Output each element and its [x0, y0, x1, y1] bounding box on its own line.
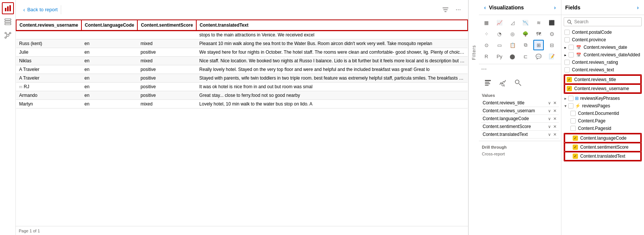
values-format-icon[interactable] — [481, 76, 495, 89]
value-expand-icon[interactable]: ∨ — [547, 124, 552, 129]
table-row[interactable]: A TravelerenpositiveReally lovely hotel.… — [16, 65, 468, 74]
field-checkbox-pages-id-field[interactable] — [570, 126, 576, 131]
field-group-reviews-pages-field[interactable]: ▾⚡reviewsPages — [563, 102, 642, 110]
col-lang[interactable]: Content.languageCode — [81, 20, 137, 30]
table-row[interactable]: A TravelerenpositiveStayed with parents,… — [16, 74, 468, 83]
area-chart-icon[interactable]: ◿ — [507, 17, 518, 28]
language-code-value[interactable]: Content.languageCode∨✕ — [481, 115, 559, 123]
field-item-reviews-text-field[interactable]: Content.reviews_text — [563, 66, 642, 74]
field-checkbox-reviews-date-field[interactable] — [569, 45, 574, 50]
field-checkbox-reviews-date-added-field[interactable] — [569, 52, 574, 57]
key-influencer-icon[interactable]: ⬤ — [507, 51, 518, 62]
field-item-postal-code-field[interactable]: Content.postalCode — [563, 29, 642, 36]
funnel-icon[interactable]: ⏣ — [546, 29, 557, 39]
field-item-document-id-field[interactable]: Content.Documentid — [563, 110, 642, 117]
kpi-icon[interactable]: 📋 — [507, 40, 518, 50]
value-remove-icon[interactable]: ✕ — [552, 116, 557, 121]
value-expand-icon[interactable]: ∨ — [547, 101, 552, 105]
viz-panel-next-btn[interactable]: › — [552, 4, 557, 11]
back-to-report-button[interactable]: ‹ Back to report — [20, 5, 61, 14]
more-visuals-icon[interactable]: ··· — [479, 64, 561, 74]
value-expand-icon[interactable]: ∨ — [547, 108, 552, 113]
col-text[interactable]: Content.translatedText — [196, 20, 468, 30]
fields-search-input[interactable] — [574, 19, 638, 24]
field-checkbox-postal-code-field[interactable] — [564, 30, 570, 35]
field-checkbox-reviews-title-field[interactable] — [567, 77, 572, 82]
sentiment-score-value[interactable]: Content.sentimentScore∨✕ — [481, 123, 559, 131]
field-item-page-field[interactable]: Content.Page — [563, 117, 642, 125]
donut-icon[interactable]: ◎ — [507, 29, 518, 39]
scatter-icon[interactable]: ⁘ — [481, 29, 492, 39]
field-checkbox-province-field[interactable] — [564, 37, 570, 42]
translated-text-value[interactable]: Content.translatedText∨✕ — [481, 131, 559, 139]
table-viz-icon[interactable]: ⊞ — [533, 40, 544, 50]
more-options-icon[interactable]: ⋯ — [453, 5, 463, 15]
qna-icon[interactable]: 💬 — [533, 51, 544, 62]
field-checkbox-page-field[interactable] — [570, 118, 576, 124]
table-row[interactable]: JulieenpositiveWe stayed here for four n… — [16, 48, 468, 57]
field-item-pages-id-field[interactable]: Content.Pagesid — [563, 125, 642, 132]
value-remove-icon[interactable]: ✕ — [552, 108, 557, 113]
stacked-bar-icon[interactable]: ▦ — [481, 17, 492, 28]
slicer-icon[interactable]: ⧉ — [520, 40, 531, 50]
treemap-icon[interactable]: 🌳 — [520, 29, 531, 39]
field-checkbox-sentiment-score-field[interactable] — [573, 145, 578, 150]
table-row[interactable]: stops to the main attractions in Venice.… — [16, 30, 468, 39]
decomp-tree-icon[interactable]: ⊏ — [520, 51, 531, 62]
table-row[interactable]: ArmandoenpositiveGreat stay... close to … — [16, 91, 468, 100]
values-analytics-icon[interactable] — [496, 76, 510, 89]
value-expand-icon[interactable]: ∨ — [547, 116, 552, 121]
fields-panel-next-btn[interactable]: › — [635, 4, 640, 11]
field-checkbox-reviews-key-phrases-field[interactable] — [568, 96, 573, 101]
reviews-username-value[interactable]: Content.reviews_usernam∨✕ — [481, 107, 559, 115]
viz-panel-prev-btn[interactable]: ‹ — [483, 4, 488, 11]
table-row[interactable]: Russ (kent)enmixedPleasant 10 min walk a… — [16, 39, 468, 48]
field-item-province-field[interactable]: Content.province — [563, 36, 642, 44]
field-item-reviews-rating-field[interactable]: Content.reviews_rating — [563, 59, 642, 66]
pie-icon[interactable]: ◔ — [494, 29, 505, 39]
card-icon[interactable]: ▭ — [494, 40, 505, 50]
field-item-reviews-date-added-field[interactable]: ▸📅Content.reviews_dateAdded — [563, 51, 642, 59]
filter-icon[interactable] — [440, 5, 451, 15]
value-remove-icon[interactable]: ✕ — [552, 101, 557, 105]
field-group-reviews-key-phrases-field[interactable]: ▸⊞reviewsKeyPhrases — [563, 95, 642, 102]
value-remove-icon[interactable]: ✕ — [552, 124, 557, 129]
line-chart-icon[interactable]: 📈 — [494, 17, 505, 28]
fields-search-box[interactable] — [564, 17, 642, 26]
field-checkbox-language-code-field[interactable] — [573, 136, 578, 141]
r-visual-icon[interactable]: R — [481, 51, 492, 62]
col-sentiment[interactable]: Content.sentimentScore — [137, 20, 196, 30]
field-checkbox-document-id-field[interactable] — [570, 111, 576, 116]
field-checkbox-reviews-rating-field[interactable] — [564, 60, 570, 65]
table-container[interactable]: Content.reviews_username Content.languag… — [16, 20, 468, 226]
field-item-reviews-date-field[interactable]: ▸📅Content.reviews_date — [563, 44, 642, 51]
field-checkbox-reviews-text-field[interactable] — [564, 67, 570, 72]
reviews-title-value[interactable]: Content.reviews_title∨✕ — [481, 99, 559, 107]
data-view-icon[interactable] — [2, 16, 14, 28]
field-item-translated-text-field[interactable]: Content.translatedText — [564, 152, 641, 161]
value-remove-icon[interactable]: ✕ — [552, 132, 557, 137]
line-column-icon[interactable]: 📉 — [520, 17, 531, 28]
map-icon[interactable]: 🗺 — [533, 29, 544, 39]
table-row[interactable]: MartynenmixedLovely hotel, 10 min walk t… — [16, 100, 468, 108]
col-username[interactable]: Content.reviews_username — [16, 20, 81, 30]
field-item-language-code-field[interactable]: Content.languageCode — [564, 134, 641, 143]
python-icon[interactable]: Py — [494, 51, 505, 62]
report-view-icon[interactable] — [2, 2, 14, 14]
field-checkbox-reviews-username-field[interactable] — [567, 86, 572, 91]
field-item-reviews-username-field[interactable]: Content.reviews_username — [564, 84, 641, 93]
matrix-icon[interactable]: ⊟ — [546, 40, 557, 50]
gauge-icon[interactable]: ⊙ — [481, 40, 492, 50]
model-view-icon[interactable] — [2, 29, 14, 41]
waterfall-icon[interactable]: ⬛ — [546, 17, 557, 28]
smart-narrative-icon[interactable]: 📝 — [546, 51, 557, 62]
value-expand-icon[interactable]: ∨ — [547, 132, 552, 137]
field-item-sentiment-score-field[interactable]: Content.sentimentScore — [564, 143, 641, 152]
values-search-icon[interactable] — [511, 76, 525, 89]
table-row[interactable]: mRJenpositiveIt was ok hotel is nice fro… — [16, 83, 468, 91]
field-checkbox-translated-text-field[interactable] — [573, 154, 578, 159]
field-checkbox-reviews-pages-field[interactable] — [568, 103, 573, 108]
ribbon-icon[interactable]: ≋ — [533, 17, 544, 28]
field-item-reviews-title-field[interactable]: Content.reviews_title — [564, 75, 641, 84]
table-row[interactable]: NiklasenmixedNice staff. Nice location. … — [16, 57, 468, 65]
